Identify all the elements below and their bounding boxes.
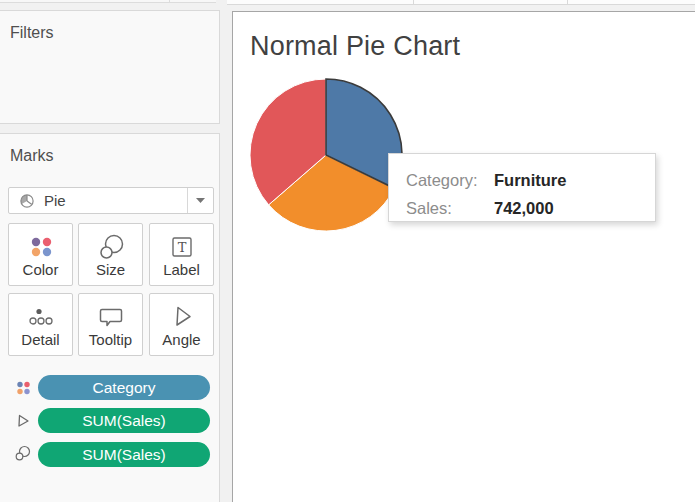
pill-category[interactable]: Category — [38, 375, 210, 400]
pie-chart[interactable] — [244, 73, 408, 237]
angle-button[interactable]: Angle — [149, 293, 214, 356]
tooltip-row: Sales: 742,000 — [406, 194, 655, 222]
tooltip-button-label: Tooltip — [79, 331, 142, 348]
detail-icon — [9, 302, 72, 332]
top-shelf-tick — [567, 0, 568, 5]
label-button[interactable]: T Label — [149, 223, 214, 286]
filters-card: Filters — [0, 10, 220, 124]
tooltip-button[interactable]: Tooltip — [78, 293, 143, 356]
mark-type-dropdown-arrow[interactable] — [187, 188, 213, 213]
pill-sum-sales-size[interactable]: SUM(Sales) — [38, 442, 210, 467]
detail-button-label: Detail — [9, 331, 72, 348]
tooltip-value: Furniture — [494, 171, 566, 190]
size-icon — [79, 232, 142, 262]
tooltip-icon — [79, 302, 142, 332]
pie-mark-icon — [19, 193, 35, 209]
tooltip-value: 742,000 — [494, 199, 554, 218]
marks-card-title: Marks — [0, 134, 219, 165]
svg-text:T: T — [177, 240, 186, 255]
pill-sum-sales-angle[interactable]: SUM(Sales) — [38, 408, 210, 433]
chevron-down-icon — [196, 198, 205, 203]
tooltip-row: Category: Furniture — [406, 166, 655, 194]
mark-type-value: Pie — [44, 192, 66, 209]
top-shelf-remnant-left — [0, 0, 216, 3]
label-button-label: Label — [150, 261, 213, 278]
angle-target-icon[interactable] — [14, 412, 31, 429]
tooltip-label: Sales: — [406, 199, 494, 218]
top-shelf-divider — [169, 0, 170, 3]
top-shelf-tick — [413, 0, 414, 5]
size-button[interactable]: Size — [78, 223, 143, 286]
angle-button-label: Angle — [150, 331, 213, 348]
filters-card-title: Filters — [0, 11, 219, 42]
color-target-icon[interactable] — [14, 379, 31, 396]
worksheet-title[interactable]: Normal Pie Chart — [250, 31, 460, 62]
tooltip-label: Category: — [406, 171, 494, 190]
size-target-icon[interactable] — [14, 445, 31, 462]
color-button-label: Color — [9, 261, 72, 278]
mark-tooltip: Category: Furniture Sales: 742,000 — [388, 153, 656, 222]
color-button[interactable]: Color — [8, 223, 73, 286]
color-icon — [9, 232, 72, 262]
top-shelf-remnant-right — [227, 0, 695, 5]
angle-icon — [150, 302, 213, 332]
detail-button[interactable]: Detail — [8, 293, 73, 356]
mark-type-dropdown[interactable]: Pie — [8, 187, 214, 214]
size-button-label: Size — [79, 261, 142, 278]
label-icon: T — [150, 232, 213, 262]
